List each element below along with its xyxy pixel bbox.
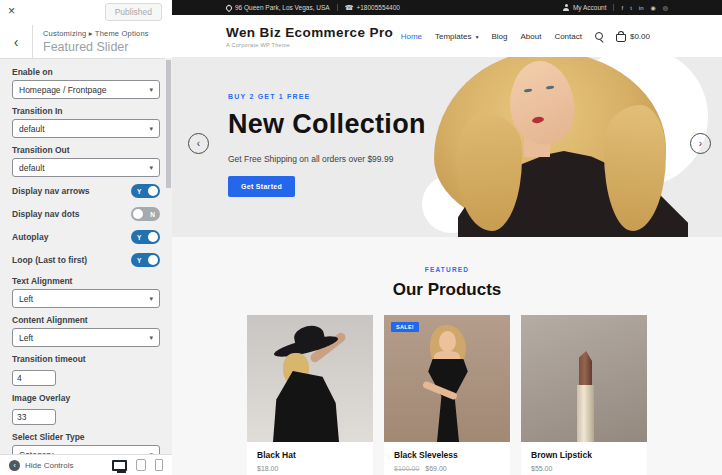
transition-out-label: Transition Out bbox=[12, 145, 160, 155]
cart-button[interactable]: $0.00 bbox=[616, 31, 650, 42]
sale-badge: SALE! bbox=[391, 322, 419, 332]
product-cards: Black Hat $18.00 SALE! Black Sleveless $… bbox=[172, 315, 722, 475]
content-alignment-value: Left bbox=[19, 333, 33, 343]
chevron-left-icon: ‹ bbox=[197, 138, 200, 149]
cart-total: $0.00 bbox=[630, 32, 650, 41]
panel-titles: Customizing ▸ Theme Options Featured Sli… bbox=[33, 25, 149, 58]
product-image: SALE! bbox=[384, 315, 510, 442]
nav-dots-toggle[interactable]: N bbox=[131, 207, 160, 221]
nav-templates[interactable]: Templates ▾ bbox=[435, 32, 478, 41]
product-card-black-sleveless[interactable]: SALE! Black Sleveless $100.00 $69.00 bbox=[384, 315, 510, 475]
products-section: FEATURED Our Products Black Hat $18.00 bbox=[172, 237, 722, 475]
product-card-black-hat[interactable]: Black Hat $18.00 bbox=[247, 315, 373, 475]
main-nav: Home Templates ▾ Blog About Contact $0.0… bbox=[401, 31, 650, 42]
customizer-topbar: × Published bbox=[0, 0, 172, 25]
nav-blog[interactable]: Blog bbox=[491, 32, 507, 41]
facebook-icon[interactable]: f bbox=[621, 5, 623, 11]
site-preview: 96 Queen Park, Los Vegas, USA ☎ +1800555… bbox=[172, 0, 722, 475]
slider-prev-button[interactable]: ‹ bbox=[188, 133, 209, 154]
nav-arrows-label: Display nav arrows bbox=[12, 186, 89, 196]
toggle-knob bbox=[148, 186, 158, 196]
toggle-knob bbox=[148, 255, 158, 265]
product-price: $18.00 bbox=[257, 465, 363, 472]
nav-contact[interactable]: Contact bbox=[554, 32, 582, 41]
nav-home[interactable]: Home bbox=[401, 32, 422, 41]
chevron-down-icon: ▾ bbox=[149, 295, 153, 303]
instagram-icon[interactable]: ◉ bbox=[651, 4, 656, 11]
pinterest-icon[interactable]: ◎ bbox=[663, 4, 668, 11]
product-image bbox=[247, 315, 373, 442]
product-image-art bbox=[577, 385, 594, 442]
back-icon: ‹ bbox=[14, 34, 19, 50]
autoplay-toggle[interactable]: Y bbox=[131, 230, 160, 244]
transition-in-select[interactable]: default ▾ bbox=[12, 119, 160, 138]
row-autoplay: Autoplay Y bbox=[12, 230, 160, 244]
field-transition-timeout: Transition timeout bbox=[12, 354, 160, 386]
featured-kicker: FEATURED bbox=[172, 266, 722, 273]
customizer-sidebar: × Published ‹ Customizing ▸ Theme Option… bbox=[0, 0, 172, 475]
transition-timeout-label: Transition timeout bbox=[12, 354, 160, 364]
toggle-knob bbox=[148, 232, 158, 242]
tablet-preview-icon[interactable] bbox=[136, 459, 146, 471]
hero-subtitle: Get Free Shipping on all orders over $99… bbox=[228, 154, 426, 164]
site-title[interactable]: Wen Biz Ecommerce Pro bbox=[226, 25, 393, 40]
product-info: Black Hat $18.00 bbox=[247, 442, 373, 475]
phone-text: +18005554400 bbox=[356, 4, 400, 11]
image-overlay-input[interactable] bbox=[12, 409, 56, 425]
my-account-text: My Account bbox=[573, 4, 607, 11]
content-alignment-select[interactable]: Left ▾ bbox=[12, 328, 160, 347]
chevron-down-icon: ▾ bbox=[476, 34, 479, 40]
transition-out-select[interactable]: default ▾ bbox=[12, 158, 160, 177]
mobile-preview-icon[interactable] bbox=[155, 459, 163, 471]
row-loop: Loop (Last to first) Y bbox=[12, 253, 160, 267]
published-button[interactable]: Published bbox=[105, 3, 162, 21]
scrollbar-thumb[interactable] bbox=[166, 60, 171, 188]
linkedin-icon[interactable]: in bbox=[639, 5, 644, 11]
product-card-brown-lipstick[interactable]: Brown Lipstick $55.00 bbox=[521, 315, 647, 475]
my-account-link[interactable]: My Account bbox=[563, 4, 607, 11]
field-content-alignment: Content Alignment Left ▾ bbox=[12, 315, 160, 347]
chevron-down-icon: ▾ bbox=[149, 125, 153, 133]
row-nav-dots: Display nav dots N bbox=[12, 207, 160, 221]
social-icons: f t in ◉ ◎ bbox=[621, 4, 668, 11]
chevron-down-icon: ▾ bbox=[149, 164, 153, 172]
sidebar-scrollbar[interactable] bbox=[165, 58, 172, 454]
product-image-art bbox=[579, 351, 592, 387]
chevron-down-icon: ▾ bbox=[149, 86, 153, 94]
nav-arrows-toggle[interactable]: Y bbox=[131, 184, 160, 198]
enable-on-select[interactable]: Homepage / Frontpage ▾ bbox=[12, 80, 160, 99]
divider bbox=[613, 4, 614, 11]
desktop-preview-icon[interactable] bbox=[112, 460, 127, 471]
breadcrumb: Customizing ▸ Theme Options bbox=[43, 29, 149, 38]
phone-item[interactable]: ☎ +18005554400 bbox=[345, 4, 400, 11]
nav-about[interactable]: About bbox=[520, 32, 541, 41]
product-old-price: $100.00 bbox=[394, 465, 419, 472]
enable-on-value: Homepage / Frontpage bbox=[19, 85, 106, 95]
product-info: Black Sleveless $100.00 $69.00 bbox=[384, 442, 510, 475]
toggle-state-label: N bbox=[150, 211, 155, 218]
image-overlay-label: Image Overlay bbox=[12, 393, 160, 403]
text-alignment-label: Text Alignment bbox=[12, 276, 160, 286]
transition-timeout-input[interactable] bbox=[12, 370, 56, 386]
close-icon[interactable]: × bbox=[8, 4, 15, 18]
field-transition-out: Transition Out default ▾ bbox=[12, 145, 160, 177]
collapse-icon[interactable]: ‹ bbox=[9, 460, 20, 471]
transition-in-value: default bbox=[19, 124, 45, 134]
toggle-state-label: Y bbox=[137, 257, 141, 264]
product-image-art bbox=[439, 331, 456, 352]
hero-slider: BUY 2 GET 1 FREE New Collection Get Free… bbox=[172, 57, 722, 237]
twitter-icon[interactable]: t bbox=[630, 5, 632, 11]
site-tagline: A Corporate WP Theme bbox=[226, 42, 393, 48]
text-alignment-select[interactable]: Left ▾ bbox=[12, 289, 160, 308]
hide-controls-label[interactable]: Hide Controls bbox=[25, 461, 103, 470]
search-icon[interactable] bbox=[595, 32, 603, 40]
slider-next-button[interactable]: › bbox=[690, 133, 711, 154]
get-started-button[interactable]: Get Started bbox=[228, 176, 295, 197]
transition-out-value: default bbox=[19, 163, 45, 173]
address-item: 96 Queen Park, Los Vegas, USA bbox=[226, 4, 330, 11]
field-transition-in: Transition In default ▾ bbox=[12, 106, 160, 138]
back-button[interactable]: ‹ bbox=[0, 25, 33, 58]
nav-dots-label: Display nav dots bbox=[12, 209, 80, 219]
row-nav-arrows: Display nav arrows Y bbox=[12, 184, 160, 198]
loop-toggle[interactable]: Y bbox=[131, 253, 160, 267]
